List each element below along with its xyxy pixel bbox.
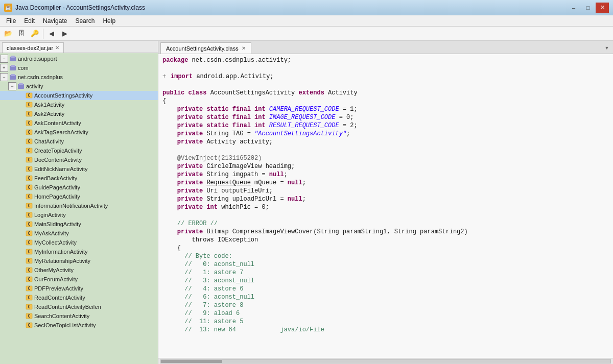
code-tokens: { [162,244,181,252]
tree-expander[interactable]: + [0,64,8,72]
tree-expander[interactable]: − [8,82,16,90]
code-tokens: @ViewInject(2131165202) [162,154,262,162]
class-icon: C [25,138,33,145]
tree-expander[interactable]: − [0,73,8,81]
tree-node[interactable]: CLoginActivity [0,210,158,220]
tree-node[interactable]: CSecIOneTopicListActivity [0,321,158,330]
code-line: private RequestQueue mQueue = null; [162,179,609,187]
menu-file[interactable]: File [2,16,20,26]
tree-node[interactable]: CAccountSettingsActivity [0,91,158,100]
tree-node[interactable]: COurForumActivity [0,275,158,284]
toolbar-forward-button[interactable]: ▶ [59,28,71,39]
tree-node-label: AskTagSearchActivity [34,129,88,135]
code-line: private Uri outputFileUri; [162,187,609,195]
tree-node[interactable]: CReadContentActivityBeifen [0,302,158,311]
class-icon: C [25,129,33,136]
toolbar-back-button[interactable]: ◀ [45,28,58,39]
tree-node[interactable]: CGuidePageActivity [0,183,158,192]
code-line: private Bitmap CompressImageViewCover(St… [162,228,609,236]
left-tab-close[interactable]: ✕ [55,45,59,51]
tree-node[interactable]: CFeedBackActivity [0,174,158,183]
toolbar-open-button[interactable]: 📂 [2,28,14,39]
code-token: public class [162,89,210,96]
tree-node[interactable]: CChatActivity [0,137,158,146]
svg-text:C: C [28,167,31,172]
code-token: // 1: astore 7 [162,269,243,276]
code-token: Activity activity; [206,138,273,145]
code-line: private static final int CAMERA_REQUEST_… [162,105,609,113]
code-editor[interactable]: package net.csdn.csdnplus.activity;+impo… [158,54,613,358]
code-line: private Activity activity; [162,138,609,146]
tree-node[interactable]: +com [0,63,158,72]
code-token: AccountSettingsActivity [210,89,299,96]
right-tab-class[interactable]: AccountSettingsActivity.class ✕ [160,42,251,54]
minimize-button[interactable]: – [567,3,580,13]
class-icon: C [25,147,33,154]
code-line [162,211,609,220]
svg-text:C: C [28,277,31,282]
svg-text:C: C [28,240,31,245]
code-tokens: // Byte code: [162,252,232,260]
tree-node[interactable]: COtherMyActivity [0,265,158,275]
tab-dropdown-button[interactable]: ▼ [603,42,611,54]
menu-help[interactable]: Help [99,16,120,26]
tree-node[interactable]: CMyInformationActivity [0,247,158,256]
tree-node[interactable]: CAskTagSearchActivity [0,128,158,137]
code-token: private [177,179,207,186]
tree-node-label: OurForumActivity [34,276,78,282]
tree-node[interactable]: CSearchContentActivity [0,311,158,321]
tree-node-label: LoginActivity [34,212,66,218]
code-token [162,114,177,121]
left-tab-jar[interactable]: classes-dex2jar.jar ✕ [2,42,64,53]
tree-node-label: InformationNotificationActivity [34,203,108,209]
svg-text:C: C [28,323,31,328]
tree-node[interactable]: CEditNickNameActivity [0,164,158,174]
tree-node[interactable]: CMyRelationshipActivity [0,256,158,265]
tree-node[interactable]: CMyAskActivity [0,229,158,238]
tree-node[interactable]: CMainSlidingActivity [0,220,158,229]
close-button[interactable]: ✕ [596,3,609,13]
tree-node-label: ReadContentActivityBeifen [34,304,101,310]
tree-node[interactable]: −activity [0,82,158,91]
tree-node[interactable]: CAsk2Activity [0,109,158,118]
tree-node[interactable]: CAsk1Activity [0,100,158,109]
toolbar-key-button[interactable]: 🔑 [29,28,41,39]
h-scroll-thumb[interactable] [161,360,222,363]
tree-node[interactable]: CReadContentActivity [0,293,158,302]
tree-node[interactable]: CPDFPreviewActivity [0,284,158,293]
tree-node[interactable]: −android.support [0,54,158,63]
toolbar-file-button[interactable]: 🗄 [15,28,28,39]
code-token: RequestQueue [206,179,250,186]
tree-node[interactable]: CInformationNotificationActivity [0,201,158,210]
h-scroll-track[interactable] [160,359,611,363]
class-icon: C [25,202,33,209]
menu-bar: File Edit Navigate Search Help [0,15,613,27]
tree-node[interactable]: CAskContentActivity [0,118,158,128]
menu-edit[interactable]: Edit [20,16,39,26]
left-panel: classes-dex2jar.jar ✕ −android.support+c… [0,41,158,364]
tree-node[interactable]: CCreateTopicActivity [0,146,158,155]
tree-node[interactable]: CDocContentActivity [0,155,158,164]
svg-text:C: C [28,231,31,236]
tree-node-label: HomePageActivity [34,193,80,200]
tree-node[interactable]: −net.csdn.csdnplus [0,72,158,82]
code-tokens: // 0: aconst_null [162,260,254,269]
code-token [162,179,177,186]
code-token: private [177,130,207,137]
tree-node[interactable]: CHomePageActivity [0,192,158,201]
code-line: // 7: astore 8 [162,301,609,309]
tree-node[interactable]: CMyCollectActivity [0,238,158,247]
tree-expander[interactable]: − [0,55,8,63]
class-icon: C [25,110,33,117]
tree-node-label: com [18,65,29,71]
code-line: private static final int IMAGE_REQUEST_C… [162,113,609,122]
horizontal-scrollbar[interactable] [158,358,613,364]
file-tree[interactable]: −android.support+com−net.csdn.csdnplus−a… [0,53,158,364]
code-token: whichPic = 0; [221,204,269,211]
svg-text:C: C [28,204,31,208]
right-tab-close[interactable]: ✕ [242,45,246,51]
menu-navigate[interactable]: Navigate [39,16,71,26]
menu-search[interactable]: Search [71,16,99,26]
maximize-button[interactable]: □ [581,3,595,13]
svg-text:C: C [28,268,31,273]
